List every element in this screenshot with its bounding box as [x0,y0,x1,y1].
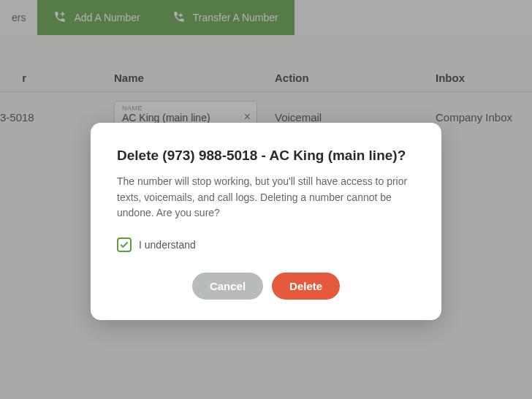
modal-body-text: The number will stop working, but you'll… [117,174,415,221]
modal-title: Delete (973) 988-5018 - AC King (main li… [117,148,415,164]
delete-button[interactable]: Delete [272,273,340,300]
modal-overlay[interactable]: Delete (973) 988-5018 - AC King (main li… [0,0,532,399]
understand-checkbox[interactable] [117,238,132,252]
understand-checkbox-row[interactable]: I understand [117,238,415,252]
cancel-button[interactable]: Cancel [192,273,263,300]
understand-label: I understand [139,239,196,251]
delete-confirmation-modal: Delete (973) 988-5018 - AC King (main li… [91,123,441,320]
modal-actions: Cancel Delete [117,273,415,300]
check-icon [119,240,129,250]
